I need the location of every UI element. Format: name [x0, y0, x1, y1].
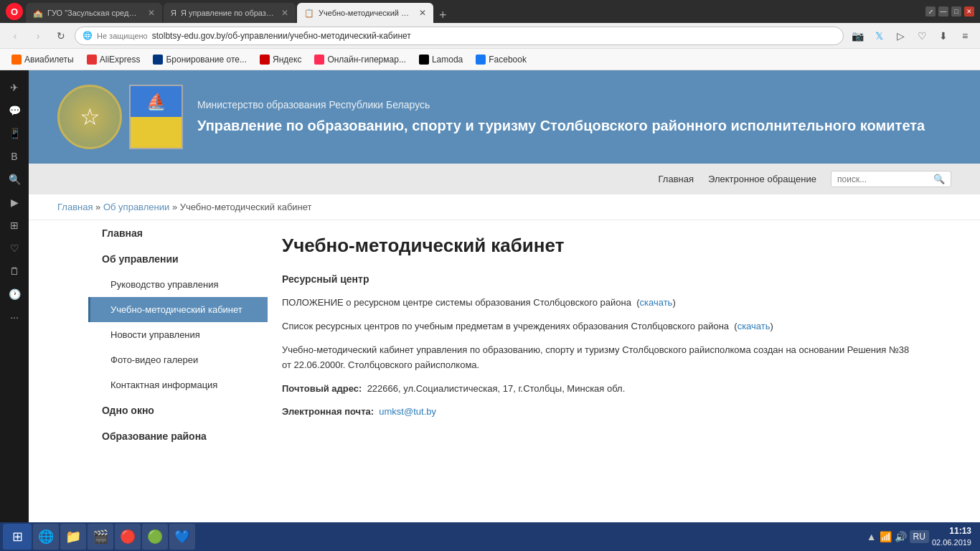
bookmark-bm1[interactable]: Авиабилеты: [6, 53, 80, 66]
sidebar-menu-item-sm3[interactable]: Руководство управления: [88, 272, 268, 297]
camera-button[interactable]: 📷: [848, 27, 867, 45]
breadcrumb-sep1: »: [95, 202, 103, 212]
description-paragraph: Учебно-методический кабинет управления п…: [282, 343, 920, 373]
browser-tab-tab2[interactable]: ЯЯ управление по образова...✕: [164, 3, 296, 23]
clock-date: 02.06.2019: [932, 537, 971, 547]
bookmark-bm7[interactable]: Facebook: [470, 53, 532, 66]
start-button[interactable]: ⊞: [3, 524, 32, 550]
volume-icon: 🔊: [895, 531, 907, 542]
sidebar-icon-si3[interactable]: 📱: [3, 122, 26, 145]
sidebar-icon-si7[interactable]: ⊞: [3, 214, 26, 237]
window-minimize-button[interactable]: —: [938, 6, 948, 17]
content-wrapper: ГлавнаяОб управленииРуководство управлен…: [74, 220, 935, 463]
taskbar-item-tb1[interactable]: 🌐: [33, 524, 59, 550]
url-display: stolbtsy-edu.gov.by/об-управлении/учебно…: [152, 31, 411, 41]
sidebar-icon-si11[interactable]: ···: [3, 306, 26, 329]
main-article: Учебно-методический кабинет Ресурсный це…: [282, 220, 920, 463]
taskbar-icon-tb3: 🎬: [93, 529, 108, 545]
taskbar-item-tb4[interactable]: 🔴: [115, 524, 141, 550]
menu-button[interactable]: ≡: [956, 27, 974, 45]
taskbar-item-tb5[interactable]: 🟢: [142, 524, 168, 550]
search-box[interactable]: 🔍: [831, 171, 951, 187]
twitter-button[interactable]: 𝕏: [870, 27, 888, 45]
opera-logo[interactable]: O: [6, 3, 23, 20]
sidebar-menu-item-sm7[interactable]: Контактная информация: [88, 372, 268, 397]
sidebar-menu-item-sm9[interactable]: Образование района: [88, 423, 268, 449]
article-body: Ресурсный центр ПОЛОЖЕНИЕ о ресурсном це…: [282, 271, 920, 420]
bookmark-bm4[interactable]: Яндекс: [254, 53, 307, 66]
sidebar-icon-si10[interactable]: 🕐: [3, 283, 26, 306]
sidebar-menu-item-sm1[interactable]: Главная: [88, 220, 268, 246]
address-bar[interactable]: 🌐 Не защищено stolbtsy-edu.gov.by/об-упр…: [75, 27, 844, 45]
bookmark-label-bm6: Lamoda: [432, 55, 463, 65]
taskbar-item-tb6[interactable]: 💙: [169, 524, 195, 550]
list-download-link[interactable]: скачать: [738, 321, 771, 331]
back-button[interactable]: ‹: [6, 27, 24, 45]
sidebar-icon-si2[interactable]: 💬: [3, 99, 26, 122]
coat-of-arms: ☆: [57, 85, 122, 149]
email-link[interactable]: umkst@tut.by: [379, 406, 436, 417]
site-title-area: Министерство образования Республики Бела…: [197, 99, 925, 135]
browser-tab-tab3[interactable]: 📋Учебно-методический ка...✕: [297, 3, 433, 23]
search-input[interactable]: [837, 174, 930, 184]
sidebar-menu-item-sm6[interactable]: Фото-видео галереи: [88, 347, 268, 372]
bookmark-bm5[interactable]: Онлайн-гипермар...: [308, 53, 412, 66]
taskbar-icon-tb1: 🌐: [38, 529, 54, 545]
forward-action-button[interactable]: ▷: [891, 27, 910, 45]
new-tab-button[interactable]: +: [433, 8, 453, 23]
nav-appeal-link[interactable]: Электронное обращение: [708, 174, 816, 184]
site-sidebar: ГлавнаяОб управленииРуководство управлен…: [88, 220, 268, 463]
bookmarks-bar: АвиабилетыAliExpressБронирование оте...Я…: [0, 49, 980, 70]
sidebar-icon-si5[interactable]: 🔍: [3, 168, 26, 191]
provision-download-link[interactable]: скачать: [640, 297, 673, 308]
address-bar-actions: 📷 𝕏 ▷ ♡ ⬇ ≡: [848, 27, 974, 45]
window-close-button[interactable]: ✕: [964, 6, 974, 17]
bookmark-label-bm2: AliExpress: [100, 55, 141, 65]
language-indicator[interactable]: RU: [910, 530, 929, 543]
window-controls: ⤢ — □ ✕: [925, 6, 974, 17]
breadcrumb-home[interactable]: Главная: [57, 202, 93, 212]
bookmark-bm3[interactable]: Бронирование оте...: [147, 53, 253, 66]
bookmark-bm6[interactable]: Lamoda: [413, 53, 468, 66]
bookmark-bm2[interactable]: AliExpress: [81, 53, 146, 66]
refresh-button[interactable]: ↻: [52, 27, 70, 45]
provision-text: ПОЛОЖЕНИЕ о ресурсном центре системы обр…: [282, 297, 631, 308]
sidebar-icon-si8[interactable]: ♡: [3, 237, 26, 260]
taskbar-item-tb3[interactable]: 🎬: [88, 524, 113, 550]
taskbar-icon-tb6: 💙: [174, 529, 190, 545]
main-layout: ✈💬📱В🔍▶⊞♡🗒🕐··· ☆ ⛵ Министерство образован…: [0, 70, 980, 522]
sidebar-menu-item-sm2[interactable]: Об управлении: [88, 246, 268, 272]
list-text: Список ресурсных центров по учебным пред…: [282, 321, 729, 331]
opera-sidebar: ✈💬📱В🔍▶⊞♡🗒🕐···: [0, 70, 29, 522]
nav-bar: ‹ › ↻ 🌐 Не защищено stolbtsy-edu.gov.by/…: [0, 23, 980, 49]
regional-logo: ⛵: [129, 85, 183, 149]
sidebar-icon-si4[interactable]: В: [3, 145, 26, 168]
provision-paragraph: ПОЛОЖЕНИЕ о ресурсном центре системы обр…: [282, 296, 920, 311]
resource-center-heading: Ресурсный центр: [282, 271, 920, 287]
article-title: Учебно-методический кабинет: [282, 235, 920, 257]
sidebar-menu-item-sm5[interactable]: Новости управления: [88, 322, 268, 347]
window-expand-button[interactable]: ⤢: [925, 6, 936, 17]
site-main-title: Управление по образованию, спорту и тури…: [197, 116, 925, 135]
search-icon[interactable]: 🔍: [933, 174, 945, 184]
wifi-signal-icon: 📶: [880, 531, 892, 542]
nav-home-link[interactable]: Главная: [659, 174, 694, 184]
bookmark-label-bm1: Авиабилеты: [24, 55, 74, 65]
sidebar-icon-si9[interactable]: 🗒: [3, 260, 26, 283]
heart-button[interactable]: ♡: [913, 27, 931, 45]
breadcrumb-parent[interactable]: Об управлении: [103, 202, 169, 212]
window-maximize-button[interactable]: □: [951, 6, 961, 17]
sidebar-menu-item-sm4[interactable]: Учебно-методический кабинет: [88, 297, 268, 322]
forward-button[interactable]: ›: [29, 27, 47, 45]
download-button[interactable]: ⬇: [934, 27, 953, 45]
sidebar-icon-si6[interactable]: ▶: [3, 191, 26, 214]
browser-tab-tab1[interactable]: 🏫ГУО "Засульская средня...✕: [26, 3, 162, 23]
postal-label: Почтовый адрес:: [282, 383, 362, 394]
bookmark-label-bm5: Онлайн-гипермар...: [327, 55, 406, 65]
taskbar-icon-tb4: 🔴: [120, 529, 136, 545]
list-paragraph: Список ресурсных центров по учебным пред…: [282, 319, 920, 334]
sidebar-menu-item-sm8[interactable]: Одно окно: [88, 397, 268, 423]
taskbar-icon-tb2: 📁: [65, 529, 81, 545]
taskbar-item-tb2[interactable]: 📁: [60, 524, 86, 550]
sidebar-icon-si1[interactable]: ✈: [3, 76, 26, 99]
